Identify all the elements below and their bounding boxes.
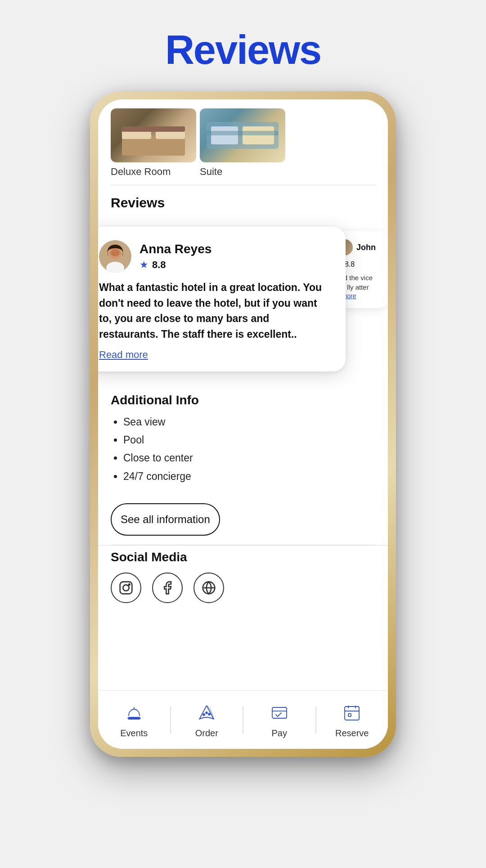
phone-frame: Deluxe Room — [90, 91, 396, 757]
additional-info-title: Additional Info — [111, 393, 375, 407]
svg-rect-21 — [272, 707, 287, 718]
reviewer-header-anna: Anna Reyes ★ 8.8 — [99, 240, 331, 273]
see-all-information-button[interactable]: See all information — [111, 503, 220, 536]
svg-point-20 — [208, 713, 210, 715]
facebook-button[interactable] — [152, 573, 183, 603]
additional-info-section: Additional Info Sea view Pool Close to c… — [98, 384, 388, 494]
svg-rect-3 — [122, 126, 185, 132]
svg-point-19 — [203, 714, 205, 716]
list-item-sea-view: Sea view — [123, 415, 375, 429]
list-item-pool: Pool — [123, 433, 375, 447]
nav-item-order[interactable]: Order — [171, 701, 243, 738]
read-more-anna[interactable]: Read more — [99, 349, 148, 360]
review-card-anna: Anna Reyes ★ 8.8 What a fantastic hotel … — [98, 227, 346, 371]
suite-container: Suite — [200, 108, 285, 178]
secondary-name-john: John — [356, 243, 376, 252]
order-icon — [195, 701, 218, 725]
social-media-title: Social Media — [111, 550, 375, 564]
svg-point-18 — [206, 712, 207, 714]
review-cards-area: Anna Reyes ★ 8.8 What a fantastic hotel … — [98, 218, 388, 384]
avatar-anna — [99, 240, 131, 273]
list-item-close-center: Close to center — [123, 451, 375, 465]
list-item-concierge: 24/7 concierge — [123, 469, 375, 483]
screen-content: Deluxe Room — [98, 99, 388, 749]
bottom-navigation: Events Order — [98, 690, 388, 749]
additional-info-list: Sea view Pool Close to center 24/7 conci… — [111, 415, 375, 483]
svg-rect-7 — [207, 131, 279, 135]
suite-room-visual — [200, 108, 285, 162]
svg-rect-27 — [348, 714, 351, 716]
deluxe-room-visual — [111, 108, 196, 162]
svg-rect-12 — [120, 582, 132, 594]
deluxe-room-image[interactable] — [111, 108, 196, 162]
reviewer-name-anna: Anna Reyes — [140, 242, 212, 256]
globe-button[interactable] — [194, 573, 224, 603]
page-title: Reviews — [165, 27, 321, 73]
nav-item-reserve[interactable]: Reserve — [316, 701, 388, 738]
reserve-icon — [340, 701, 364, 725]
nav-label-order: Order — [195, 728, 218, 738]
instagram-button[interactable] — [111, 573, 141, 603]
star-icon-anna: ★ — [140, 259, 148, 271]
reviews-section: Reviews — [98, 185, 388, 218]
phone-inner: Deluxe Room — [98, 99, 388, 749]
deluxe-room-container: Deluxe Room — [111, 108, 196, 178]
social-media-section: Social Media — [98, 545, 388, 612]
nav-label-reserve: Reserve — [335, 728, 369, 738]
deluxe-room-label: Deluxe Room — [111, 166, 196, 178]
nav-item-pay[interactable]: Pay — [243, 701, 315, 738]
svg-point-13 — [123, 585, 129, 591]
facebook-icon — [160, 581, 175, 595]
svg-point-14 — [129, 584, 130, 585]
review-text-anna: What a fantastic hotel in a great locati… — [99, 280, 331, 342]
pay-icon — [268, 701, 291, 725]
social-icons-row — [111, 573, 375, 603]
reviewer-rating-anna: ★ 8.8 — [140, 259, 212, 271]
rating-value-anna: 8.8 — [152, 259, 166, 271]
secondary-rating-val: 8.8 — [345, 260, 355, 268]
room-images-section: Deluxe Room — [98, 99, 388, 185]
reviewer-info-anna: Anna Reyes ★ 8.8 — [140, 242, 212, 271]
events-icon — [122, 701, 146, 725]
suite-room-image[interactable] — [200, 108, 285, 162]
nav-label-events: Events — [120, 728, 148, 738]
globe-icon — [202, 581, 216, 595]
reviews-section-title: Reviews — [111, 195, 375, 210]
svg-rect-23 — [345, 707, 359, 720]
svg-point-10 — [111, 249, 120, 256]
instagram-icon — [119, 581, 133, 595]
suite-label: Suite — [200, 166, 285, 178]
nav-item-events[interactable]: Events — [98, 701, 170, 738]
nav-label-pay: Pay — [272, 728, 287, 738]
